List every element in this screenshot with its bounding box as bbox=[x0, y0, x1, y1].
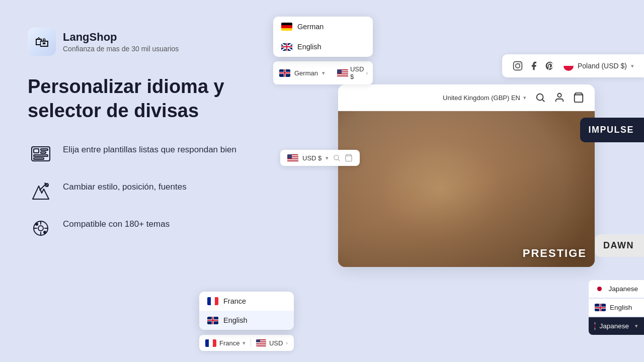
left-panel: 🛍 LangShop Confianza de mas de 30 mil us… bbox=[28, 28, 274, 241]
brand-tagline: Confianza de mas de 30 mil usuarios bbox=[63, 45, 179, 53]
svg-rect-1 bbox=[34, 149, 39, 153]
selector-bar-top[interactable]: German ▾ USD $ › bbox=[273, 61, 373, 84]
selector-top-chevron[interactable]: ▾ bbox=[322, 70, 325, 76]
region-label: Poland (USD $) bbox=[578, 62, 627, 70]
hero-label: PRESTIGE bbox=[523, 247, 587, 260]
usd-flag-icon bbox=[287, 154, 298, 162]
selector-top-currency[interactable]: USD $ › bbox=[337, 65, 368, 80]
brand-name: LangShop bbox=[63, 31, 179, 44]
brand-text: LangShop Confianza de mas de 30 mil usua… bbox=[63, 31, 179, 53]
bottom-selector-chevron[interactable]: ▾ bbox=[243, 340, 246, 346]
instagram-icon[interactable] bbox=[512, 60, 523, 71]
bottom-selector-currency: USD bbox=[269, 339, 283, 347]
bottom-selector-currency-flag bbox=[256, 339, 266, 346]
bottom-selector-flag bbox=[205, 339, 216, 347]
jp-flag-2-icon bbox=[595, 322, 595, 330]
cart-icon[interactable] bbox=[573, 92, 585, 104]
svg-point-10 bbox=[43, 231, 46, 234]
dawn-label: DAWN bbox=[603, 240, 634, 251]
bottom-selector-currency-chevron[interactable]: › bbox=[286, 340, 288, 346]
selector-top-currency-chevron[interactable]: › bbox=[366, 70, 368, 76]
features-list: Elija entre plantillas listas que respon… bbox=[28, 141, 274, 241]
feature-templates-text: Elija entre plantillas listas que respon… bbox=[63, 141, 236, 156]
jp-japanese-item[interactable]: Japanese bbox=[589, 280, 644, 298]
jp-japanese-active-item[interactable]: Japanese ▾ bbox=[589, 317, 644, 335]
jp-active-chevron[interactable]: ▾ bbox=[635, 323, 638, 329]
usd-search-icon bbox=[333, 154, 341, 162]
store-region-label: United Kingdom (GBP) EN bbox=[443, 94, 520, 102]
jp-english-label: English bbox=[610, 304, 632, 311]
dropdown-german-item[interactable]: German bbox=[273, 17, 373, 37]
dropdown-english-france-item[interactable]: English bbox=[199, 311, 294, 330]
language-dropdown-france[interactable]: France English bbox=[199, 292, 294, 330]
jp-japanese-label: Japanese bbox=[608, 285, 638, 293]
feature-style-icon bbox=[28, 178, 54, 204]
german-flag-icon bbox=[281, 23, 292, 31]
selector-top-currency-label: USD $ bbox=[350, 65, 364, 80]
svg-point-17 bbox=[334, 155, 339, 160]
usd-label: USD $ bbox=[302, 154, 321, 162]
feature-style: Cambiar estilo, posición, fuentes bbox=[28, 178, 274, 204]
jp-panel: Japanese English Japanese ▾ bbox=[589, 280, 644, 336]
jp-flag-1-icon bbox=[595, 285, 604, 293]
svg-point-8 bbox=[38, 226, 43, 231]
selector-bar-bottom[interactable]: France ▾ USD › bbox=[199, 335, 294, 351]
poland-flag-icon bbox=[564, 61, 574, 71]
language-dropdown-top[interactable]: German English bbox=[273, 17, 373, 57]
feature-templates-icon bbox=[28, 141, 54, 167]
impulse-label: IMPULSE bbox=[588, 125, 634, 135]
selector-top-flag bbox=[279, 69, 290, 77]
jp-uk-flag-icon bbox=[595, 304, 606, 311]
svg-point-9 bbox=[35, 223, 38, 226]
jp-english-item[interactable]: English bbox=[589, 299, 644, 316]
uk-flag-icon bbox=[281, 43, 292, 51]
english-france-label: English bbox=[223, 316, 248, 324]
france-flag-icon bbox=[207, 297, 218, 305]
feature-themes-icon bbox=[28, 215, 54, 241]
facebook-icon[interactable] bbox=[528, 60, 539, 71]
social-icons bbox=[512, 60, 555, 71]
store-region-chevron[interactable]: ▾ bbox=[523, 95, 526, 101]
store-mockup: United Kingdom (GBP) EN ▾ bbox=[338, 84, 595, 267]
france-label: France bbox=[223, 297, 246, 305]
selector-top-lang: German bbox=[294, 69, 318, 77]
hero-overlay bbox=[338, 111, 595, 267]
dawn-card: DAWN bbox=[595, 234, 644, 257]
svg-point-12 bbox=[516, 64, 520, 68]
region-selector[interactable]: Poland (USD $) ▾ bbox=[564, 61, 634, 71]
impulse-card: IMPULSE bbox=[580, 118, 644, 142]
search-icon[interactable] bbox=[534, 92, 546, 104]
svg-rect-2 bbox=[41, 149, 48, 150]
brand: 🛍 LangShop Confianza de mas de 30 mil us… bbox=[28, 28, 274, 56]
bottom-selector-lang: France bbox=[219, 339, 239, 347]
region-chevron[interactable]: ▾ bbox=[631, 63, 634, 69]
store-hero: PRESTIGE bbox=[338, 111, 595, 267]
svg-point-13 bbox=[520, 63, 521, 64]
feature-themes-text: Compatible con 180+ temas bbox=[63, 215, 170, 230]
svg-point-14 bbox=[537, 94, 543, 101]
usd-bag-icon bbox=[345, 154, 353, 162]
store-region-selector[interactable]: United Kingdom (GBP) EN ▾ bbox=[443, 94, 526, 102]
account-icon[interactable] bbox=[553, 92, 566, 104]
german-label: German bbox=[297, 23, 324, 31]
feature-themes: Compatible con 180+ temas bbox=[28, 215, 274, 241]
dropdown-france-item[interactable]: France bbox=[199, 292, 294, 311]
store-icons bbox=[534, 92, 585, 104]
feature-templates: Elija entre plantillas listas que respon… bbox=[28, 141, 274, 167]
svg-rect-5 bbox=[34, 158, 44, 159]
svg-point-15 bbox=[557, 94, 561, 97]
svg-rect-3 bbox=[41, 152, 46, 153]
usd-chevron[interactable]: ▾ bbox=[326, 155, 329, 161]
feature-style-text: Cambiar estilo, posición, fuentes bbox=[63, 178, 187, 193]
headline: Personalizar idioma y selector de divisa… bbox=[28, 75, 274, 123]
jp-japanese-active-label: Japanese bbox=[599, 322, 629, 330]
dropdown-english-item[interactable]: English bbox=[273, 37, 373, 57]
svg-rect-11 bbox=[514, 62, 522, 70]
svg-rect-4 bbox=[34, 155, 48, 156]
us-flag-icon bbox=[337, 69, 348, 77]
brand-logo: 🛍 bbox=[28, 28, 56, 56]
brand-icon: 🛍 bbox=[35, 34, 49, 50]
pinterest-icon[interactable] bbox=[544, 60, 555, 71]
store-usd-bar[interactable]: USD $ ▾ bbox=[280, 150, 360, 166]
store-nav: United Kingdom (GBP) EN ▾ bbox=[338, 84, 595, 111]
